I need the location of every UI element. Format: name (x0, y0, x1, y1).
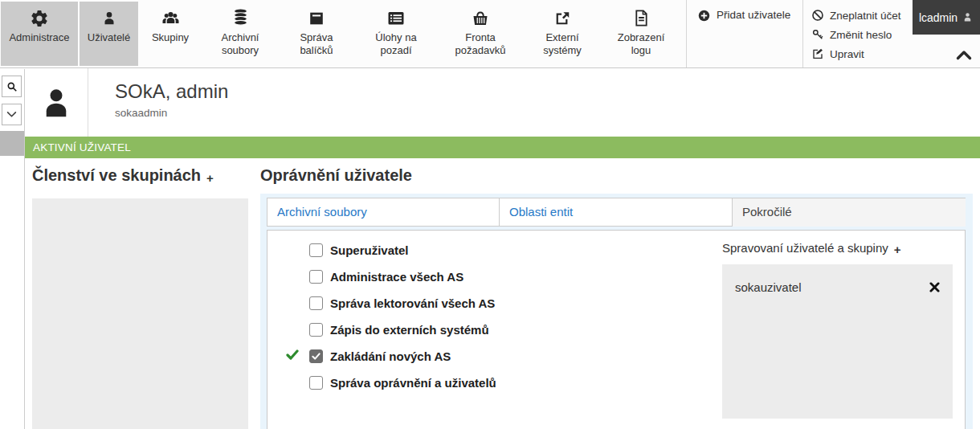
toolbar-item-administrace[interactable]: Administrace (1, 2, 78, 66)
section-title-text: Členství ve skupinách (32, 166, 201, 184)
plus-circle-icon (697, 9, 711, 22)
toolbar-item-uzivatele[interactable]: Uživatelé (80, 2, 138, 66)
username: sokaadmin (115, 107, 228, 119)
document-icon (633, 7, 650, 29)
tab-label: Pokročilé (742, 205, 792, 219)
action-label: Zneplatnit účet (830, 10, 901, 22)
toolbar-right-group: Přidat uživatele Zneplatnit účet Změnit … (686, 0, 913, 67)
left-rail (0, 69, 25, 429)
list-item: sokauzivatel (722, 264, 953, 294)
edit-button[interactable]: Upravit (811, 44, 913, 63)
checkbox-label: Zápis do externích systémů (330, 323, 489, 337)
toolbar-item-externi-systemy[interactable]: Externí systémy (524, 2, 601, 66)
tab-label: Archivní soubory (277, 205, 367, 219)
group-membership-panel: Členství ve skupinách+ (32, 158, 248, 429)
checkbox[interactable] (309, 323, 323, 337)
user-icon (100, 7, 118, 29)
toolbar-item-label: Archivní soubory (215, 31, 265, 57)
app-window: Administrace Uživatelé Skupiny Archivní … (0, 0, 980, 429)
invalidate-account-button[interactable]: Zneplatnit účet (811, 6, 913, 25)
toolbar-item-label: Správa balíčků (294, 31, 339, 57)
toolbar-item-label: Zobrazení logu (612, 31, 670, 57)
green-check-icon (286, 349, 299, 360)
action-label: Změnit heslo (830, 29, 892, 41)
toolbar-item-label: Úlohy na pozadí (371, 31, 421, 57)
logged-in-user-badge[interactable]: lcadmin (913, 0, 980, 35)
badge-username: lcadmin (919, 11, 958, 24)
permission-row-sprava-lektorovani: Správa lektorování všech AS (309, 294, 722, 312)
toolbar-item-label: Administrace (9, 31, 69, 44)
toolbar-item-skupiny[interactable]: Skupiny (140, 2, 201, 66)
chevron-down-icon (6, 111, 17, 118)
checkbox-label: Správa oprávnění a uživatelů (330, 376, 496, 390)
permission-row-zapis-do-externich: Zápis do externích systémů (309, 321, 722, 338)
user-profile-header: SOkA, admin sokaadmin (25, 68, 980, 137)
toolbar-item-label: Fronta požadavků (450, 31, 511, 57)
permissions-panel: Oprávnění uživatele Archivní soubory Obl… (260, 158, 973, 429)
task-list-icon (386, 7, 406, 29)
remove-item-button[interactable] (929, 282, 940, 292)
toolbar-item-sprava-balicku[interactable]: Správa balíčků (280, 2, 353, 66)
checkbox[interactable] (309, 243, 323, 257)
permissions-title: Oprávnění uživatele (260, 164, 973, 186)
checkbox[interactable] (309, 270, 323, 284)
checkbox[interactable] (309, 296, 323, 310)
permissions-tabs: Archivní soubory Oblasti entit Pokročilé (267, 198, 966, 227)
managed-users-list: sokauzivatel (722, 264, 953, 419)
permission-row-superuzivatel: Superuživatel (309, 241, 722, 259)
user-icon (962, 11, 974, 23)
permission-row-zakladani-novych-as: Zakládání nových AS (309, 347, 722, 365)
basket-icon (471, 7, 490, 29)
add-managed-user-button[interactable]: + (894, 243, 901, 256)
user-actions: Zneplatnit účet Změnit heslo Upravit (803, 0, 913, 67)
change-password-button[interactable]: Změnit heslo (811, 25, 913, 44)
database-icon (231, 7, 250, 29)
key-icon (811, 28, 824, 41)
checkbox-label: Správa lektorování všech AS (330, 296, 495, 310)
search-button[interactable] (2, 76, 22, 97)
users-group-icon (161, 7, 181, 29)
group-membership-title: Členství ve skupinách+ (32, 164, 248, 188)
managed-users-panel: Spravovaní uživatelé a skupiny+ sokauziv… (722, 231, 965, 429)
add-user-label: Přidat uživatele (717, 9, 790, 21)
section-title-text: Spravovaní uživatelé a skupiny (722, 241, 888, 255)
add-group-button[interactable]: + (206, 171, 214, 185)
permission-checkbox-list: Superuživatel Administrace všech AS Sprá… (267, 231, 722, 429)
avatar (25, 68, 88, 137)
expand-button[interactable] (2, 104, 22, 125)
tab-pokrocile[interactable]: Pokročilé (733, 198, 966, 227)
permission-row-sprava-opravneni: Správa oprávnění a uživatelů (309, 374, 722, 391)
checkbox-checked[interactable] (309, 349, 323, 363)
user-identity: SOkA, admin sokaadmin (88, 68, 228, 137)
advanced-permissions-card: Superuživatel Administrace všech AS Sprá… (267, 230, 966, 429)
managed-users-title: Spravovaní uživatelé a skupiny+ (722, 241, 953, 255)
group-membership-list[interactable] (32, 198, 248, 429)
checkbox[interactable] (309, 376, 323, 390)
toolbar-item-zobrazeni-logu[interactable]: Zobrazení logu (602, 2, 680, 66)
tab-label: Oblasti entit (509, 205, 573, 219)
toolbar-item-label: Externí systémy (538, 31, 586, 57)
gear-icon (30, 7, 49, 29)
action-label: Upravit (830, 48, 864, 60)
managed-user-name: sokauzivatel (735, 280, 802, 294)
external-link-icon (553, 7, 571, 29)
chevron-up-icon (956, 50, 972, 60)
toolbar-item-fronta-pozadavku[interactable]: Fronta požadavků (439, 2, 522, 66)
checkbox-label: Superuživatel (330, 243, 409, 257)
page-title: SOkA, admin (115, 80, 228, 103)
tab-oblasti-entit[interactable]: Oblasti entit (500, 198, 733, 227)
package-box-icon (308, 7, 325, 29)
rail-selection-block[interactable] (0, 131, 24, 156)
toolbar-item-label: Uživatelé (88, 31, 130, 44)
tab-archivni-soubory[interactable]: Archivní soubory (267, 198, 500, 227)
add-user-button[interactable]: Přidat uživatele (687, 0, 802, 67)
permission-row-administrace-vsech-as: Administrace všech AS (309, 268, 722, 285)
collapse-toolbar-button[interactable] (956, 50, 972, 60)
checkbox-label: Zakládání nových AS (330, 349, 451, 363)
main-area: SOkA, admin sokaadmin AKTIVNÍ UŽIVATEL Č… (25, 68, 980, 429)
checkbox-label: Administrace všech AS (330, 270, 463, 284)
search-icon (6, 81, 18, 92)
toolbar-item-label: Skupiny (152, 31, 189, 44)
toolbar-item-ulohy-na-pozadi[interactable]: Úlohy na pozadí (355, 2, 437, 66)
toolbar-item-archivni-soubory[interactable]: Archivní soubory (202, 2, 278, 66)
